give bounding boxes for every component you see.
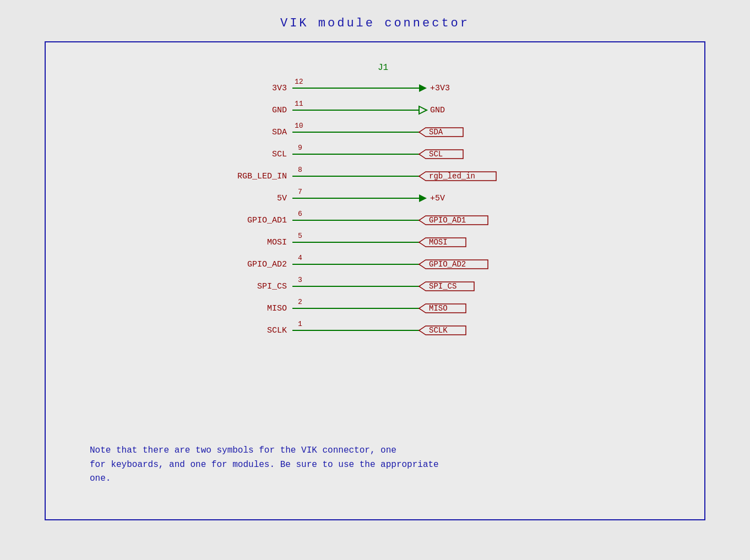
label-miso-left: MISO [267, 304, 287, 313]
label-sda-left: SDA [272, 128, 287, 137]
pin-number-9: 9 [298, 144, 302, 152]
note-line1: Note that there are two symbols for the … [90, 444, 439, 458]
label-miso-right: MISO [429, 304, 448, 313]
label-mosi-left: MOSI [267, 238, 287, 247]
page-title: VIK module connector [280, 17, 470, 30]
note-section: Note that there are two symbols for the … [90, 444, 439, 486]
label-5v-left: 5V [277, 194, 287, 203]
label-rgb-left: RGB_LED_IN [237, 172, 287, 181]
pin-number-10: 10 [295, 122, 303, 130]
label-spics-right: SPI_CS [429, 282, 456, 291]
label-scl-right: SCL [429, 150, 443, 159]
pin-number-7: 7 [298, 188, 302, 196]
label-gnd-left: GND [272, 106, 287, 115]
pin-number-8: 8 [298, 166, 302, 174]
label-3v3-right: +3V3 [430, 84, 450, 93]
arrow-11 [419, 106, 427, 114]
label-gpioad1-right: GPIO_AD1 [429, 216, 466, 225]
label-5v-right: +5V [430, 194, 445, 203]
label-sclk-right: SCLK [429, 326, 448, 335]
note-line2: for keyboards, and one for modules. Be s… [90, 458, 439, 472]
pin-number-1: 1 [298, 320, 302, 328]
label-sclk-left: SCLK [267, 326, 287, 335]
label-rgb-right: rgb_led_in [429, 172, 475, 181]
arrow-12 [419, 84, 427, 92]
label-mosi-right: MOSI [429, 238, 448, 247]
pin-number-11: 11 [295, 100, 303, 108]
label-gnd-right: GND [430, 106, 445, 115]
label-sda-right: SDA [429, 128, 443, 137]
diagram-box: J1 3V3 12 +3V3 GND 11 GND SDA 10 SDA SCL… [45, 41, 705, 520]
component-label: J1 [378, 63, 388, 73]
note-line3: one. [90, 472, 439, 486]
connector-diagram: J1 3V3 12 +3V3 GND 11 GND SDA 10 SDA SCL… [182, 59, 568, 367]
arrow-7 [419, 194, 427, 202]
label-gpioad2-left: GPIO_AD2 [247, 260, 287, 269]
label-gpioad1-left: GPIO_AD1 [247, 216, 287, 225]
label-scl-left: SCL [272, 150, 287, 159]
label-3v3-left: 3V3 [272, 84, 287, 93]
label-spics-left: SPI_CS [257, 282, 287, 291]
pin-number-3: 3 [298, 276, 302, 284]
pin-number-5: 5 [298, 232, 302, 240]
label-gpioad2-right: GPIO_AD2 [429, 260, 466, 269]
pin-number-2: 2 [298, 298, 302, 306]
pin-number-4: 4 [298, 254, 302, 262]
pin-number-12: 12 [295, 78, 303, 86]
pin-number-6: 6 [298, 210, 302, 218]
